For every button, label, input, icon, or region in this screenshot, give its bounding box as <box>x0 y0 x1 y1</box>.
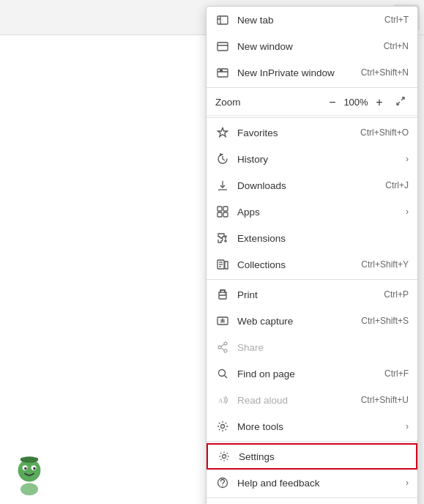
share-label: Share <box>237 342 409 353</box>
moretools-label: More tools <box>237 421 401 432</box>
divider-3 <box>207 279 417 280</box>
help-label: Help and feedback <box>237 478 401 489</box>
downloads-shortcut: Ctrl+J <box>385 180 409 190</box>
svg-rect-19 <box>220 70 223 72</box>
svg-line-47 <box>221 348 224 350</box>
find-shortcut: Ctrl+F <box>384 368 409 379</box>
svg-line-46 <box>221 344 224 346</box>
apps-arrow: › <box>406 207 409 217</box>
inprivate-icon <box>215 65 230 80</box>
zoom-value: 100% <box>343 97 369 108</box>
svg-point-43 <box>224 342 227 345</box>
history-arrow: › <box>406 154 409 164</box>
share-icon <box>215 340 230 355</box>
svg-rect-28 <box>223 212 228 217</box>
webcapture-label: Web capture <box>237 316 361 327</box>
apps-icon <box>215 204 230 219</box>
menu-item-downloads[interactable]: Downloads Ctrl+J <box>207 172 417 199</box>
svg-point-58 <box>24 467 26 470</box>
menu-item-share: Share <box>207 334 417 360</box>
svg-rect-36 <box>219 295 226 299</box>
print-icon <box>215 287 230 302</box>
favorites-label: Favorites <box>237 127 360 138</box>
new-window-icon <box>215 39 230 53</box>
divider-4 <box>207 441 417 442</box>
zoom-minus-btn[interactable]: − <box>322 92 343 113</box>
dropdown-menu: New tab Ctrl+T New window Ctrl+N New InP… <box>206 6 418 504</box>
menu-item-settings[interactable]: Settings <box>207 443 417 470</box>
apps-label: Apps <box>237 207 401 218</box>
readaloud-shortcut: Ctrl+Shift+U <box>361 395 409 405</box>
divider-1 <box>207 87 417 88</box>
appuals-branding <box>7 453 51 497</box>
webcapture-icon <box>215 314 230 328</box>
zoom-label: Zoom <box>215 97 322 108</box>
svg-point-51 <box>221 425 225 429</box>
svg-rect-15 <box>217 42 228 51</box>
extensions-label: Extensions <box>237 233 409 244</box>
downloads-icon <box>215 178 230 193</box>
svg-point-62 <box>21 483 38 495</box>
svg-point-52 <box>223 455 226 459</box>
svg-marker-22 <box>218 128 228 137</box>
new-tab-icon <box>215 12 230 27</box>
zoom-plus-btn[interactable]: + <box>369 92 390 113</box>
svg-rect-12 <box>217 16 228 24</box>
find-icon <box>215 366 230 381</box>
svg-point-59 <box>33 467 35 470</box>
menu-item-webcapture[interactable]: Web capture Ctrl+Shift+S <box>207 308 417 334</box>
menu-item-history[interactable]: History › <box>207 146 417 172</box>
inprivate-label: New InPrivate window <box>237 67 361 78</box>
page-content-area <box>0 35 209 504</box>
new-tab-shortcut: Ctrl+T <box>384 15 409 25</box>
readaloud-label: Read aloud <box>237 395 361 406</box>
moretools-icon <box>215 419 230 434</box>
menu-item-apps[interactable]: Apps › <box>207 199 417 225</box>
menu-item-moretools[interactable]: More tools › <box>207 413 417 440</box>
menu-item-help[interactable]: Help and feedback › <box>207 470 417 496</box>
menu-item-new-tab[interactable]: New tab Ctrl+T <box>207 7 417 33</box>
zoom-expand-btn[interactable] <box>393 93 409 111</box>
svg-rect-27 <box>217 212 222 217</box>
find-label: Find on page <box>237 368 384 379</box>
readaloud-icon: A <box>215 393 230 407</box>
moretools-arrow: › <box>406 421 409 431</box>
menu-item-readaloud: A Read aloud Ctrl+Shift+U <box>207 387 417 413</box>
help-icon <box>215 475 230 490</box>
svg-point-54 <box>222 485 223 486</box>
favorites-shortcut: Ctrl+Shift+O <box>360 127 409 138</box>
svg-point-38 <box>225 293 226 294</box>
svg-rect-26 <box>223 207 228 211</box>
menu-item-new-window[interactable]: New window Ctrl+N <box>207 33 417 59</box>
svg-point-45 <box>218 346 221 349</box>
collections-icon <box>215 257 230 272</box>
settings-icon <box>217 449 231 464</box>
collections-label: Collections <box>237 259 361 270</box>
new-tab-label: New tab <box>237 15 384 26</box>
svg-text:A: A <box>218 397 223 404</box>
menu-item-close-edge[interactable]: Close Microsoft Edge <box>207 500 417 504</box>
inprivate-shortcut: Ctrl+Shift+N <box>361 67 409 78</box>
divider-2 <box>207 117 417 118</box>
new-window-shortcut: Ctrl+N <box>384 41 409 51</box>
svg-point-44 <box>224 349 227 352</box>
history-icon <box>215 152 230 166</box>
menu-item-find[interactable]: Find on page Ctrl+F <box>207 360 417 387</box>
menu-item-extensions[interactable]: Extensions <box>207 225 417 251</box>
favorites-icon <box>215 125 230 140</box>
menu-item-favorites[interactable]: Favorites Ctrl+Shift+O <box>207 119 417 146</box>
divider-5 <box>207 497 417 498</box>
menu-item-print[interactable]: Print Ctrl+P <box>207 281 417 308</box>
new-window-label: New window <box>237 41 384 52</box>
appuals-logo-svg <box>7 453 51 497</box>
help-arrow: › <box>406 478 409 488</box>
print-shortcut: Ctrl+P <box>384 289 409 300</box>
collections-shortcut: Ctrl+Shift+Y <box>361 259 409 270</box>
print-label: Print <box>237 289 384 300</box>
zoom-row: Zoom − 100% + <box>207 89 417 116</box>
menu-item-collections[interactable]: Collections Ctrl+Shift+Y <box>207 251 417 278</box>
svg-rect-37 <box>220 290 225 292</box>
extensions-icon <box>215 231 230 245</box>
menu-item-inprivate[interactable]: New InPrivate window Ctrl+Shift+N <box>207 59 417 86</box>
settings-label: Settings <box>239 451 407 462</box>
